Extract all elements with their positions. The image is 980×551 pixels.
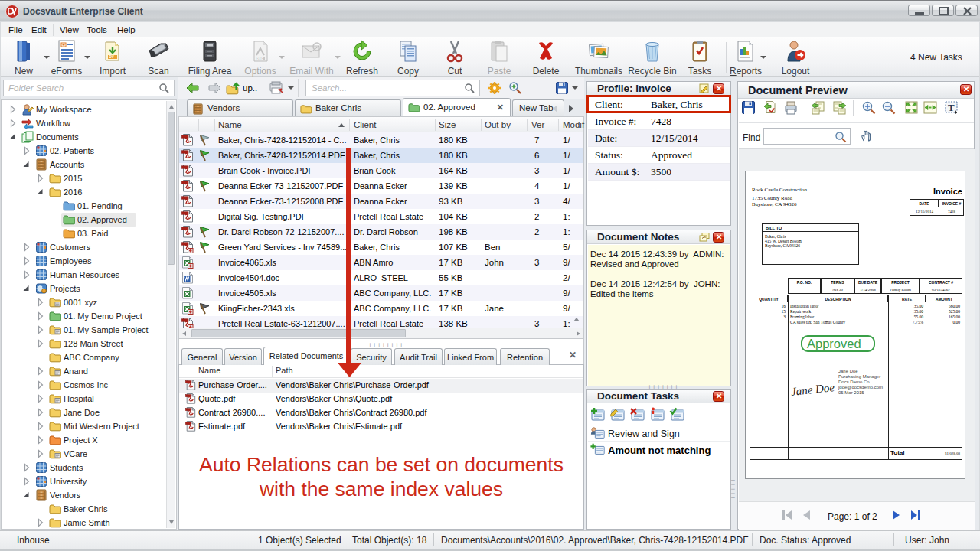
svg-text:PDF: PDF bbox=[256, 57, 263, 61]
svg-text:T: T bbox=[948, 102, 955, 113]
svg-text:DV: DV bbox=[109, 55, 114, 59]
